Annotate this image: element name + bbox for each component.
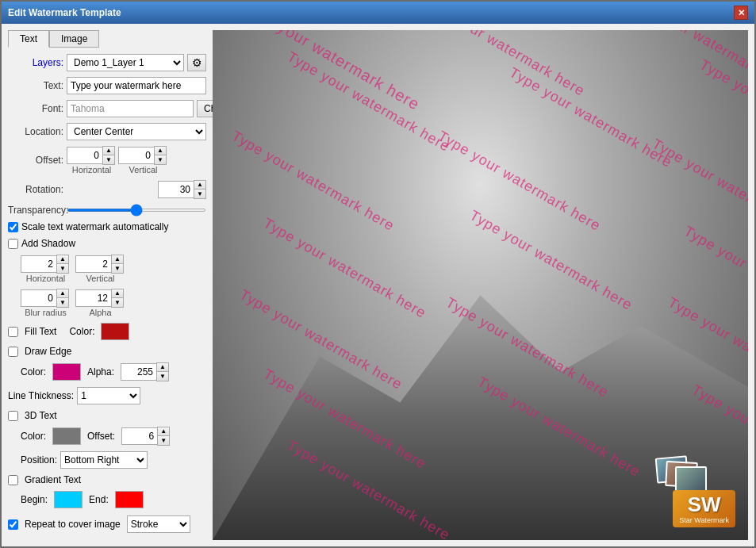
gradient-text-label: Gradient Text <box>25 474 81 485</box>
font-input[interactable] <box>67 100 194 117</box>
scale-label: Scale text watermark automatically <box>21 221 168 232</box>
3d-color-label: Color: <box>21 431 46 442</box>
fill-color-swatch[interactable] <box>101 323 129 340</box>
scale-checkbox[interactable] <box>8 222 18 232</box>
line-thickness-select[interactable]: 12345 <box>77 387 140 404</box>
layers-label: Layers: <box>8 57 63 68</box>
rotation-group: Rotation: ▲ ▼ <box>8 180 206 199</box>
left-panel: Text Image Layers: Demo 1_Layer 1 ⚙ Text… <box>8 30 206 540</box>
transparency-slider[interactable] <box>67 209 206 212</box>
wm-11: Type your watermark here <box>466 207 635 314</box>
offset-h-group: ▲ ▼ Horizontal <box>67 146 115 174</box>
blur-up[interactable]: ▲ <box>57 289 68 298</box>
wm-7: Type your watermark here <box>228 128 397 235</box>
wm-6: Type your watermark here <box>697 56 748 163</box>
3d-text-checkbox[interactable] <box>8 411 18 421</box>
layers-group: Layers: Demo 1_Layer 1 ⚙ <box>8 54 206 71</box>
shadow-h-up[interactable]: ▲ <box>57 255 68 264</box>
scale-checkbox-group: Scale text watermark automatically <box>8 221 206 232</box>
layers-settings-button[interactable]: ⚙ <box>187 54 206 71</box>
edge-alpha-up[interactable]: ▲ <box>157 363 168 372</box>
gradient-end-swatch[interactable] <box>115 491 144 508</box>
shadow-label: Add Shadow <box>21 238 75 249</box>
edge-color-label: Color: <box>21 366 46 377</box>
alpha-up[interactable]: ▲ <box>112 289 123 298</box>
offset-group: Offset: ▲ ▼ Horizontal <box>8 146 206 174</box>
3d-text-label: 3D Text <box>25 410 56 421</box>
logo-badge: SW Star Watermark <box>673 490 735 527</box>
fill-text-label: Fill Text <box>25 326 56 337</box>
edge-alpha-down[interactable]: ▼ <box>157 372 168 381</box>
rotation-input[interactable] <box>158 181 194 198</box>
blur-input[interactable] <box>21 289 56 307</box>
logo-sw: SW <box>679 493 729 516</box>
location-select[interactable]: Center Center Top Left Top Center Top Ri… <box>67 123 206 140</box>
offset-v-input[interactable] <box>118 147 154 164</box>
gradient-text-group: Gradient Text <box>8 474 206 485</box>
blur-group: ▲ ▼ Blur radius <box>21 289 69 317</box>
edge-color-swatch[interactable] <box>52 363 81 381</box>
offset-h-down[interactable]: ▼ <box>103 155 114 164</box>
shadow-v-up[interactable]: ▲ <box>112 255 123 264</box>
tab-text[interactable]: Text <box>8 30 49 48</box>
fill-text-group: Fill Text Color: <box>8 323 206 340</box>
repeat-checkbox[interactable] <box>8 519 18 530</box>
draw-edge-label: Draw Edge <box>25 346 71 357</box>
alpha-input[interactable] <box>75 289 111 307</box>
3d-color-swatch[interactable] <box>52 427 81 445</box>
shadow-checkbox-group: Add Shadow <box>8 238 206 249</box>
3d-offset-input[interactable] <box>121 427 157 445</box>
blur-alpha-group: ▲ ▼ Blur radius ▲ ▼ Alpha <box>8 289 206 317</box>
offset-h-up[interactable]: ▲ <box>103 147 114 155</box>
3d-color-group: Color: Offset: ▲ ▼ <box>8 427 206 446</box>
alpha-label: Alpha <box>89 308 111 317</box>
wm-17: Type your watermark here <box>474 374 643 481</box>
rotation-down[interactable]: ▼ <box>194 190 205 198</box>
3d-offset-down[interactable]: ▼ <box>158 436 169 445</box>
shadow-checkbox[interactable] <box>8 239 18 249</box>
3d-position-group: Position: Bottom Right Top Left Top Righ… <box>8 451 206 469</box>
tab-image[interactable]: Image <box>49 30 99 48</box>
wm-10: Type your watermark here <box>260 215 428 322</box>
rotation-up[interactable]: ▲ <box>194 181 205 190</box>
gradient-colors-group: Begin: End: <box>8 491 206 508</box>
gradient-end-label: End: <box>89 494 109 505</box>
photo3 <box>675 466 707 492</box>
layers-select[interactable]: Demo 1_Layer 1 <box>67 54 184 71</box>
text-input[interactable] <box>67 77 206 94</box>
blur-down[interactable]: ▼ <box>57 298 68 307</box>
shadow-h-input[interactable] <box>21 255 56 273</box>
draw-edge-checkbox[interactable] <box>8 347 18 357</box>
stroke-select[interactable]: Stroke Fill Both <box>127 515 190 533</box>
3d-position-select[interactable]: Bottom Right Top Left Top Right Bottom L… <box>60 451 148 469</box>
offset-h-input[interactable] <box>67 147 102 164</box>
fill-text-checkbox[interactable] <box>8 327 18 337</box>
line-thickness-group: Line Thickness: 12345 <box>8 387 206 404</box>
preview-panel: Type your watermark here Type your water… <box>213 30 748 540</box>
edge-alpha-input[interactable] <box>121 363 156 381</box>
main-window: Edit Watermark Template ✕ Text Image Lay… <box>0 0 756 548</box>
alpha-down[interactable]: ▼ <box>112 298 123 307</box>
3d-offset-up[interactable]: ▲ <box>158 427 169 436</box>
wm-19: Type your watermark here <box>284 437 452 540</box>
wm-15: Type your watermark here <box>665 294 748 401</box>
close-button[interactable]: ✕ <box>734 6 748 20</box>
alpha-group: ▲ ▼ Alpha <box>75 289 124 317</box>
shadow-v-down[interactable]: ▼ <box>112 264 123 273</box>
wm-16: Type your watermark here <box>260 366 428 473</box>
offset-v-label: Vertical <box>129 165 157 174</box>
gradient-begin-swatch[interactable] <box>54 491 83 508</box>
window-title: Edit Watermark Template <box>8 7 121 18</box>
shadow-h-down[interactable]: ▼ <box>57 264 68 273</box>
repeat-group: Repeat to cover image Stroke Fill Both <box>8 515 206 533</box>
shadow-v-input[interactable] <box>75 255 111 273</box>
gradient-text-checkbox[interactable] <box>8 475 18 485</box>
edge-color-group: Color: Alpha: ▲ ▼ <box>8 362 206 381</box>
offset-v-up[interactable]: ▲ <box>155 147 166 155</box>
shadow-v-group: ▲ ▼ Vertical <box>75 255 124 283</box>
font-group: Font: Choose <box>8 100 206 117</box>
tab-bar: Text Image <box>8 30 206 48</box>
gradient-begin-label: Begin: <box>21 494 48 505</box>
shadow-hv-group: ▲ ▼ Horizontal ▲ ▼ Vertical <box>8 255 206 283</box>
offset-v-down[interactable]: ▼ <box>155 155 166 164</box>
